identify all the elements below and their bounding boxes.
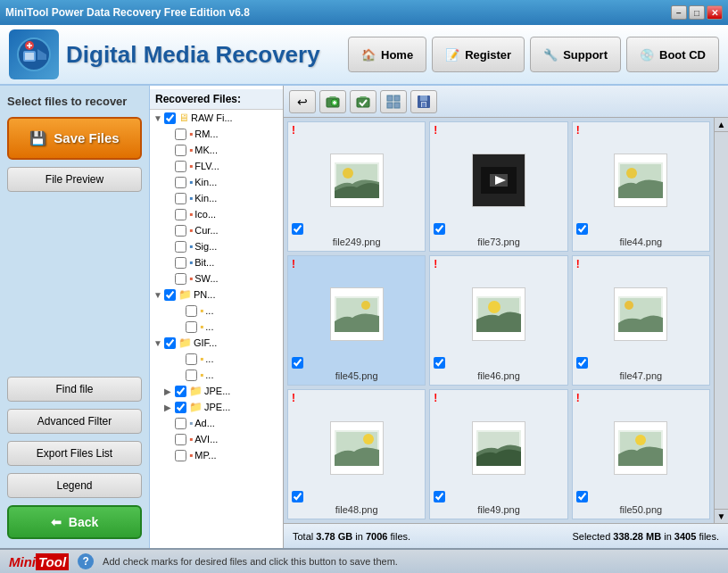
tree-checkbox[interactable] <box>175 177 186 188</box>
home-icon: 🏠 <box>361 48 376 62</box>
help-icon[interactable]: ? <box>78 553 94 569</box>
tree-checkbox[interactable] <box>175 161 186 172</box>
tree-checkbox[interactable] <box>175 434 186 445</box>
tree-item[interactable]: ▪ Ad... <box>150 415 283 431</box>
save-files-icon: 💾 <box>29 130 46 146</box>
export-files-list-button[interactable]: Export Files List <box>7 441 142 466</box>
tree-item[interactable]: ▪ SW... <box>150 270 283 286</box>
file-tree-panel[interactable]: Recovered Files: ▼ 🖥 RAW Fi... ▪ RM... ▪… <box>150 86 284 548</box>
thumbnail-cell[interactable]: ! file73.png <box>429 121 567 252</box>
tree-item-label: FLV... <box>194 161 219 171</box>
thumbnail-cell[interactable]: ! file48.png <box>287 389 426 519</box>
tree-item[interactable]: ▪ RM... <box>150 126 283 142</box>
tree-item[interactable]: ▶ 📁 JPE... <box>150 399 283 415</box>
tree-checkbox[interactable] <box>175 402 186 413</box>
tree-item[interactable]: ▼ 🖥 RAW Fi... <box>150 110 283 126</box>
scroll-up-button[interactable]: ▲ <box>715 118 728 132</box>
tree-checkbox[interactable] <box>186 321 197 333</box>
find-file-button[interactable]: Find file <box>7 377 142 402</box>
tree-checkbox[interactable] <box>175 209 186 220</box>
thumbnail-checkbox[interactable] <box>292 357 303 369</box>
advanced-filter-button[interactable]: Advanced Filter <box>7 409 142 434</box>
tree-item[interactable]: ▪ Ico... <box>150 206 283 222</box>
tree-checkbox[interactable] <box>175 193 186 204</box>
tree-checkbox[interactable] <box>175 241 186 253</box>
tree-checkbox[interactable] <box>175 450 186 461</box>
folder-icon: 🖥 <box>178 112 189 124</box>
thumbnail-checkbox[interactable] <box>434 491 445 502</box>
tree-item[interactable]: ▪ Cur... <box>150 222 283 238</box>
thumbnail-image-area <box>576 126 706 235</box>
tree-item[interactable]: ▼ 📁 PN... <box>150 286 283 303</box>
minimize-button[interactable]: − <box>671 5 687 20</box>
thumbnail-image-area <box>292 126 421 235</box>
tree-checkbox[interactable] <box>175 129 186 140</box>
thumbnail-checkbox[interactable] <box>576 491 588 502</box>
thumb-back-button[interactable]: ↩ <box>289 90 316 113</box>
thumbnail-cell[interactable]: ! file249.png <box>287 121 426 252</box>
back-button[interactable]: ⬅ Back <box>7 505 142 539</box>
tree-item[interactable]: ▪ MK... <box>150 142 283 158</box>
close-button[interactable]: ✕ <box>707 5 723 20</box>
tree-checkbox[interactable] <box>164 112 176 124</box>
tree-item[interactable]: ▪ ... <box>150 319 283 335</box>
thumb-save-button[interactable] <box>410 90 437 113</box>
tree-item[interactable]: ▪ FLV... <box>150 158 283 174</box>
tree-item[interactable]: ▪ MP... <box>150 447 283 463</box>
tree-checkbox[interactable] <box>164 337 176 349</box>
thumbnail-checkbox[interactable] <box>576 357 588 369</box>
thumbnail-name: file44.png <box>619 237 662 247</box>
thumbnail-checkbox[interactable] <box>576 223 588 235</box>
thumbnail-cell[interactable]: ! file46.png <box>429 255 567 386</box>
tree-item[interactable]: ▶ 📁 JPE... <box>150 383 283 399</box>
tree-item[interactable]: ▪ Kin... <box>150 174 283 190</box>
save-files-button[interactable]: 💾 Save Files <box>7 117 142 160</box>
tree-item[interactable]: ▪ ... <box>150 367 283 383</box>
thumbnail-cell[interactable]: ! file44.png <box>572 121 710 252</box>
thumbnail-scrollbar[interactable]: ▲ ▼ <box>714 118 728 523</box>
boot-cd-button[interactable]: 💿 Boot CD <box>626 37 719 72</box>
thumbnail-cell[interactable]: ! file50.png <box>572 389 710 519</box>
tree-checkbox[interactable] <box>164 289 176 301</box>
tree-checkbox[interactable] <box>186 305 197 317</box>
thumbnail-checkbox[interactable] <box>434 223 445 235</box>
app-header: Digital Media Recovery 🏠 Home 📝 Register… <box>0 25 728 86</box>
tree-checkbox[interactable] <box>186 353 197 365</box>
tree-checkbox[interactable] <box>175 257 186 269</box>
tree-item[interactable]: ▪ Kin... <box>150 190 283 206</box>
tree-item[interactable]: ▪ Bit... <box>150 254 283 270</box>
legend-button[interactable]: Legend <box>7 473 142 498</box>
file-icon: ▪ <box>189 417 193 429</box>
thumb-add-button[interactable] <box>319 90 346 113</box>
tree-checkbox[interactable] <box>175 225 186 237</box>
thumbnail-checkbox[interactable] <box>292 223 303 235</box>
tree-checkbox[interactable] <box>175 418 186 429</box>
home-button[interactable]: 🏠 Home <box>348 37 426 72</box>
support-button[interactable]: 🔧 Support <box>530 37 621 72</box>
thumb-grid: ! file249.png ! <box>284 118 714 523</box>
register-button[interactable]: 📝 Register <box>432 37 525 72</box>
scroll-down-button[interactable]: ▼ <box>715 509 728 523</box>
tree-item[interactable]: ▪ ... <box>150 303 283 319</box>
maximize-button[interactable]: □ <box>689 5 705 20</box>
tree-item[interactable]: ▪ Sig... <box>150 238 283 254</box>
thumb-grid-button[interactable] <box>380 90 407 113</box>
thumbnail-cell[interactable]: ! file49.png <box>429 389 567 519</box>
tree-checkbox[interactable] <box>175 145 186 156</box>
tree-item-label: GIF... <box>194 337 217 348</box>
thumbnail-checkbox[interactable] <box>434 357 445 369</box>
tree-item[interactable]: ▼ 📁 GIF... <box>150 335 283 351</box>
file-preview-button[interactable]: File Preview <box>7 167 142 192</box>
tree-item[interactable]: ▪ AVI... <box>150 431 283 447</box>
tree-checkbox[interactable] <box>175 273 186 285</box>
thumb-check-button[interactable] <box>350 90 376 113</box>
thumbnail-image-area <box>434 126 563 235</box>
thumbnail-checkbox[interactable] <box>292 491 303 502</box>
thumbnail-cell[interactable]: ! file45.png <box>287 255 426 386</box>
tree-item[interactable]: ▪ ... <box>150 351 283 367</box>
thumbnail-cell[interactable]: ! file47.png <box>572 255 710 386</box>
back-icon: ⬅ <box>51 515 62 529</box>
thumbnail-image-area <box>434 260 563 369</box>
tree-checkbox[interactable] <box>186 370 197 381</box>
tree-checkbox[interactable] <box>175 386 186 397</box>
